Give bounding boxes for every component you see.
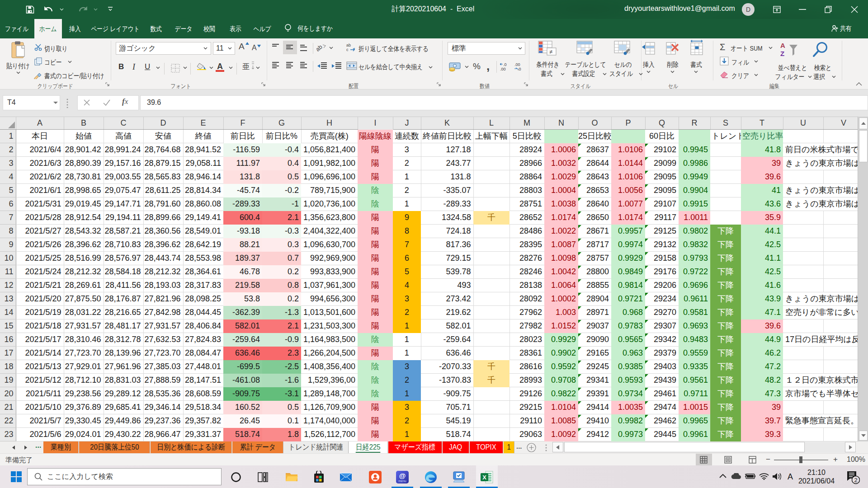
svg-text:X: X	[482, 474, 486, 481]
svg-text:.0: .0	[518, 67, 521, 71]
svg-text:.00: .00	[514, 62, 520, 67]
svg-text:menu: menu	[398, 479, 406, 483]
svg-text:Z: Z	[780, 50, 784, 57]
svg-text:.00: .00	[500, 67, 506, 71]
svg-text:c: c	[346, 47, 349, 52]
svg-text:ab: ab	[316, 43, 324, 52]
svg-text:ab: ab	[346, 43, 351, 47]
svg-text:.0: .0	[503, 62, 507, 67]
svg-text:2: 2	[854, 477, 857, 483]
svg-text:≠: ≠	[549, 48, 552, 55]
svg-text:A: A	[780, 42, 785, 49]
svg-text:@: @	[399, 472, 406, 479]
